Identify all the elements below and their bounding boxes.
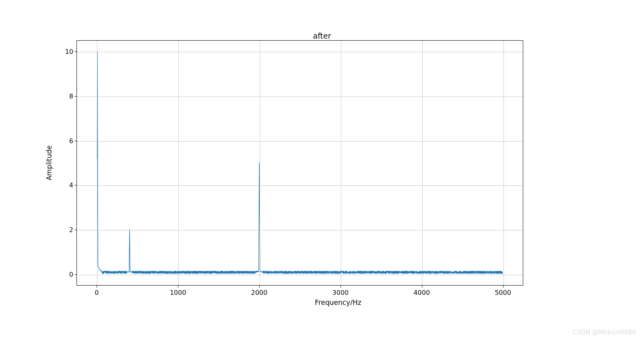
y-tick-label: 8 xyxy=(64,92,73,100)
chart-title: after xyxy=(0,31,644,40)
x-tick-label: 0 xyxy=(95,289,99,296)
grid-line-vertical xyxy=(341,41,341,285)
x-tick-mark xyxy=(503,286,504,288)
grid-line-vertical xyxy=(260,41,260,285)
grid-line-horizontal xyxy=(77,185,523,186)
y-tick-label: 6 xyxy=(64,137,73,144)
x-tick-label: 3000 xyxy=(332,289,349,296)
y-tick-label: 2 xyxy=(64,226,73,234)
y-tick-mark xyxy=(74,51,76,52)
y-tick-mark xyxy=(74,230,76,230)
grid-line-horizontal xyxy=(77,230,523,230)
y-tick-label: 10 xyxy=(64,47,73,55)
y-tick-mark xyxy=(74,141,76,141)
grid-line-horizontal xyxy=(77,275,523,275)
x-tick-label: 4000 xyxy=(413,289,430,296)
grid-line-horizontal xyxy=(77,97,523,97)
y-tick-mark xyxy=(74,185,76,185)
figure: after Frequency/Hz Amplitude CSDN @Mobiu… xyxy=(0,0,644,362)
x-tick-label: 2000 xyxy=(251,289,268,296)
grid-line-vertical xyxy=(178,41,179,285)
x-tick-mark xyxy=(422,286,422,288)
x-tick-mark xyxy=(97,286,97,288)
y-tick-mark xyxy=(74,274,76,275)
x-tick-mark xyxy=(341,286,341,288)
y-tick-label: 0 xyxy=(64,271,73,278)
x-tick-label: 1000 xyxy=(170,289,186,296)
spectrum-line xyxy=(77,41,523,285)
grid-line-vertical xyxy=(504,41,504,285)
x-tick-mark xyxy=(259,286,260,288)
watermark-text: CSDN @Mobius8086 xyxy=(573,329,636,336)
y-axis-label: Amplitude xyxy=(45,145,53,180)
x-tick-label: 5000 xyxy=(495,289,511,296)
y-tick-label: 4 xyxy=(64,181,73,189)
grid-line-horizontal xyxy=(77,52,523,52)
grid-line-vertical xyxy=(97,41,97,285)
x-axis-label: Frequency/Hz xyxy=(0,298,600,306)
x-tick-mark xyxy=(178,286,178,288)
grid-line-horizontal xyxy=(77,141,523,142)
y-tick-mark xyxy=(74,96,76,97)
grid-line-vertical xyxy=(422,41,423,285)
plot-area xyxy=(76,40,523,286)
